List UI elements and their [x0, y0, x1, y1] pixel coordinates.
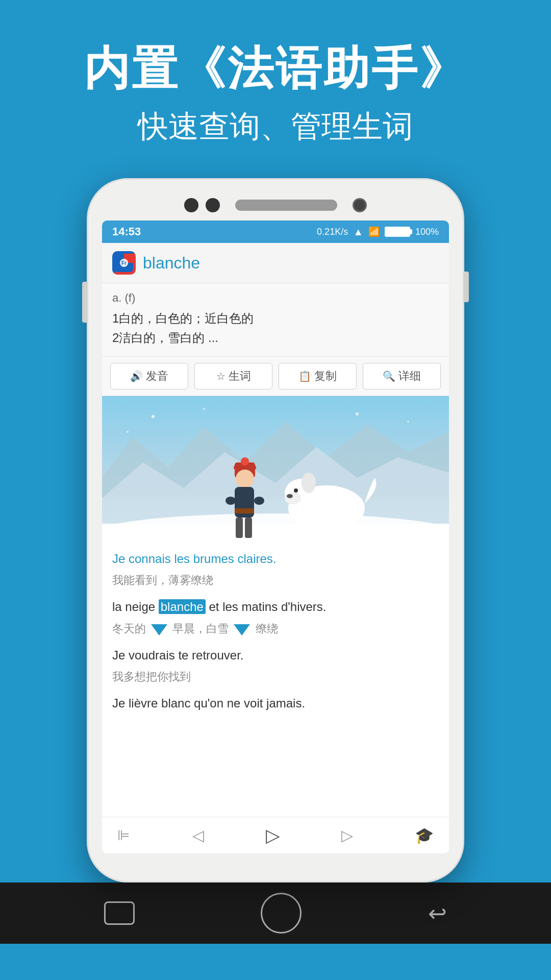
next-button[interactable]: ▷	[341, 826, 353, 844]
app-header: Fr blanche	[102, 243, 449, 283]
equalizer-icon[interactable]: ⊫	[117, 827, 131, 844]
phone-mockup: 14:53 0.21K/s ▲ 📶 100%	[87, 178, 464, 883]
phone-body: 14:53 0.21K/s ▲ 📶 100%	[87, 178, 464, 883]
svg-point-21	[285, 492, 301, 504]
svg-rect-27	[332, 526, 341, 539]
phone-top-bar	[88, 180, 463, 220]
search-word: blanche	[143, 254, 200, 273]
front-camera-left	[184, 198, 198, 212]
speaker-icon: 🔊	[130, 370, 143, 382]
pronounce-button[interactable]: 🔊 发音	[110, 363, 188, 389]
word-def-2: 2洁白的，雪白的 ...	[112, 328, 439, 348]
status-right: 0.21K/s ▲ 📶 100%	[317, 226, 439, 238]
wifi-icon: ▲	[353, 226, 363, 238]
selfie-camera	[353, 198, 367, 212]
svg-point-32	[407, 421, 409, 423]
page-header: 内置《法语助手》 快速查询、管理生词	[63, 0, 488, 168]
power-button	[464, 272, 469, 302]
svg-rect-8	[102, 524, 449, 539]
sentences-area: Je connais les brumes claires. 我能看到，薄雾缭绕…	[102, 539, 449, 817]
sentence-2-part2: et les matins d'hivers.	[206, 600, 327, 614]
recents-button[interactable]	[104, 901, 135, 925]
speaker-grille	[235, 200, 337, 211]
player-bar: ⊫ ◁ ▷ ▷ 🎓	[102, 817, 449, 853]
sentence-2-fr: la neige blanche et les matins d'hivers.	[112, 597, 439, 617]
highlighted-word: blanche	[159, 599, 206, 614]
dictionary-content: a. (f) 1白的，白色的；近白色的 2洁白的，雪白的 ...	[102, 283, 449, 357]
graduation-icon[interactable]: 🎓	[415, 826, 434, 844]
selection-handle-right	[234, 624, 250, 635]
sentence-3-fr: Je voudrais te retrouver.	[112, 646, 439, 665]
svg-point-30	[203, 408, 205, 410]
sentence-3-cn: 我多想把你找到	[112, 669, 439, 684]
status-speed: 0.21K/s	[317, 227, 348, 237]
volume-button	[82, 282, 87, 323]
svg-point-17	[226, 497, 236, 505]
sentence-1-fr: Je connais les brumes claires.	[112, 549, 439, 569]
phone-screen: 14:53 0.21K/s ▲ 📶 100%	[102, 220, 449, 853]
pronounce-label: 发音	[146, 369, 168, 384]
detail-label: 详细	[398, 369, 421, 384]
svg-rect-15	[236, 518, 243, 538]
svg-point-11	[241, 457, 249, 465]
vocabulary-button[interactable]: ☆ 生词	[194, 363, 272, 389]
svg-point-12	[236, 470, 254, 488]
signal-icon: 📶	[368, 226, 380, 237]
battery-icon	[385, 227, 410, 237]
page-subtitle: 快速查询、管理生词	[84, 106, 467, 148]
svg-point-33	[127, 431, 129, 433]
detail-button[interactable]: 🔍 详细	[363, 363, 441, 389]
status-bar: 14:53 0.21K/s ▲ 📶 100%	[102, 220, 449, 243]
svg-point-29	[152, 415, 155, 418]
svg-rect-16	[245, 518, 252, 538]
word-image	[102, 396, 449, 539]
svg-point-22	[287, 494, 293, 498]
word-def-1: 1白的，白色的；近白色的	[112, 309, 439, 328]
sentence-2-cn: 冬天的 早晨，白雪 缭绕	[112, 621, 439, 636]
svg-rect-14	[235, 508, 254, 513]
svg-text:Fr: Fr	[121, 260, 127, 266]
svg-rect-26	[314, 526, 323, 539]
battery-percent: 100%	[415, 227, 439, 237]
copy-icon: 📋	[298, 370, 311, 382]
vocabulary-label: 生词	[229, 369, 251, 384]
search-icon: 🔍	[383, 370, 395, 382]
word-pos: a. (f)	[112, 291, 439, 305]
sentence-2-part1: la neige	[112, 600, 159, 614]
svg-point-24	[302, 473, 316, 493]
action-buttons-row: 🔊 发音 ☆ 生词 📋 复制 🔍 详细	[102, 357, 449, 396]
front-camera-right	[206, 198, 220, 212]
front-cameras	[184, 198, 220, 212]
back-button[interactable]: ↩	[428, 900, 447, 926]
sentence-4-fr: Je lièvre blanc qu'on ne voit jamais.	[112, 694, 439, 713]
bottom-nav: ↩	[0, 883, 551, 944]
svg-point-31	[356, 412, 359, 415]
selection-handle-left	[151, 624, 167, 635]
play-button[interactable]: ▷	[266, 825, 280, 846]
copy-button[interactable]: 📋 复制	[279, 363, 357, 389]
copy-label: 复制	[314, 369, 337, 384]
star-icon: ☆	[216, 370, 226, 382]
svg-rect-28	[346, 526, 355, 539]
svg-point-23	[294, 488, 298, 493]
status-time: 14:53	[112, 225, 141, 238]
home-button[interactable]	[261, 893, 302, 934]
page-title: 内置《法语助手》	[84, 41, 467, 96]
sentence-1-cn: 我能看到，薄雾缭绕	[112, 573, 439, 588]
app-logo: Fr	[112, 251, 136, 275]
svg-rect-25	[301, 526, 310, 539]
svg-point-18	[254, 497, 264, 505]
prev-button[interactable]: ◁	[192, 826, 204, 844]
